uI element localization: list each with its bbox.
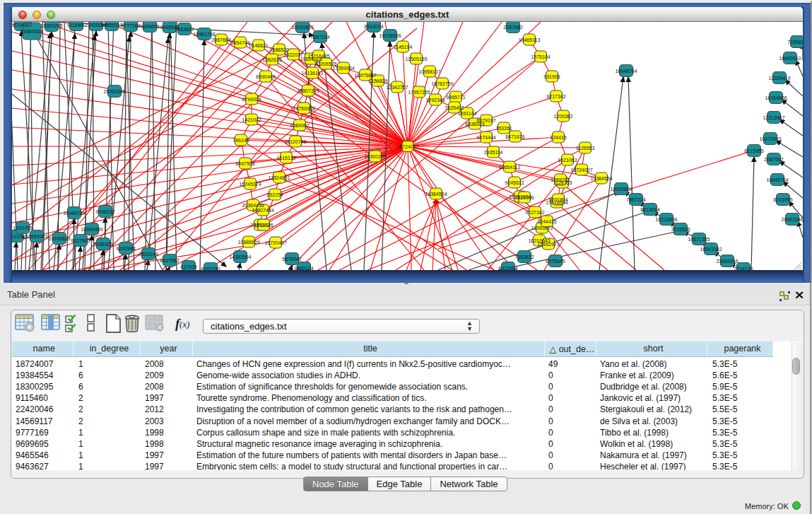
- svg-text:10807484: 10807484: [252, 208, 273, 213]
- svg-text:15692971: 15692971: [537, 242, 559, 247]
- svg-text:9217342: 9217342: [546, 94, 565, 99]
- svg-text:16782759: 16782759: [431, 81, 453, 86]
- svg-text:19218506: 19218506: [655, 217, 677, 222]
- svg-text:12505135: 12505135: [405, 57, 427, 62]
- svg-text:2087682: 2087682: [764, 157, 783, 162]
- svg-text:23420046: 23420046: [716, 259, 738, 264]
- svg-text:8375645: 8375645: [546, 259, 565, 264]
- svg-text:8813014: 8813014: [364, 24, 383, 29]
- svg-text:931906: 931906: [543, 74, 560, 79]
- svg-text:12213369: 12213369: [12, 234, 28, 239]
- svg-text:2718176: 2718176: [734, 267, 753, 271]
- svg-text:1569291: 1569291: [551, 177, 570, 182]
- svg-text:1362615: 1362615: [262, 57, 281, 62]
- svg-text:8471676: 8471676: [505, 134, 524, 139]
- svg-text:252254: 252254: [266, 192, 283, 197]
- svg-text:15720407: 15720407: [264, 240, 286, 245]
- svg-text:8990448: 8990448: [256, 74, 275, 79]
- svg-text:7955812: 7955812: [787, 40, 803, 45]
- svg-text:9465771: 9465771: [446, 95, 465, 100]
- svg-text:9227342: 9227342: [525, 210, 544, 215]
- svg-text:2803144: 2803144: [139, 252, 158, 257]
- svg-text:16033809: 16033809: [291, 25, 313, 30]
- svg-text:1244415: 1244415: [537, 219, 556, 224]
- svg-text:18724007: 18724007: [570, 168, 592, 173]
- svg-text:763261: 763261: [495, 126, 512, 131]
- svg-text:8912954: 8912954: [498, 266, 517, 271]
- svg-text:16245374: 16245374: [239, 182, 261, 187]
- svg-text:16648784: 16648784: [766, 177, 788, 182]
- svg-text:8215955: 8215955: [773, 197, 792, 202]
- svg-text:9115460: 9115460: [67, 23, 86, 28]
- svg-text:20364436: 20364436: [242, 203, 264, 208]
- svg-text:1292346: 1292346: [425, 98, 445, 103]
- svg-text:9245612: 9245612: [505, 180, 524, 185]
- svg-text:9463627: 9463627: [175, 27, 194, 32]
- svg-text:18300295: 18300295: [364, 154, 386, 159]
- svg-text:16961758: 16961758: [193, 32, 215, 37]
- svg-text:10688609: 10688609: [237, 240, 259, 245]
- svg-text:8427552: 8427552: [160, 258, 179, 263]
- svg-text:18120746: 18120746: [284, 139, 306, 144]
- svg-text:29053346: 29053346: [103, 89, 125, 94]
- svg-text:16543382: 16543382: [700, 247, 722, 252]
- svg-text:13524851: 13524851: [268, 175, 290, 180]
- svg-text:7515526: 7515526: [671, 227, 690, 232]
- svg-text:417006: 417006: [180, 264, 196, 269]
- svg-text:9777169: 9777169: [121, 23, 140, 28]
- svg-text:12093872: 12093872: [531, 226, 553, 230]
- svg-text:10654112: 10654112: [499, 165, 521, 170]
- svg-text:(x): (x): [180, 319, 189, 329]
- svg-text:7857224: 7857224: [626, 197, 645, 202]
- svg-text:16099489: 16099489: [81, 227, 102, 232]
- svg-text:1588520: 1588520: [269, 47, 288, 52]
- svg-text:13325419: 13325419: [768, 76, 790, 81]
- svg-text:19384554: 19384554: [20, 29, 42, 34]
- svg-text:9327505: 9327505: [71, 238, 90, 243]
- svg-text:1126553: 1126553: [576, 146, 595, 151]
- svg-text:1421022: 1421022: [242, 117, 261, 122]
- svg-text:14569117: 14569117: [101, 23, 123, 28]
- svg-text:6379197: 6379197: [476, 118, 495, 123]
- svg-text:1145194: 1145194: [394, 45, 413, 49]
- svg-text:19218506: 19218506: [379, 33, 401, 38]
- svg-text:16154808: 16154808: [765, 95, 787, 100]
- svg-text:1621063: 1621063: [558, 158, 577, 163]
- svg-text:9699695: 9699695: [140, 24, 159, 29]
- svg-text:17359934: 17359934: [332, 66, 354, 71]
- svg-text:14136141: 14136141: [301, 71, 323, 76]
- svg-text:8454749: 8454749: [230, 40, 249, 45]
- svg-text:1701804: 1701804: [548, 197, 567, 202]
- svg-text:1010755: 1010755: [13, 226, 32, 230]
- svg-text:1733426: 1733426: [254, 223, 273, 228]
- svg-text:9860124: 9860124: [294, 266, 313, 271]
- svg-text:2867608: 2867608: [211, 37, 230, 42]
- svg-text:18807249: 18807249: [297, 88, 319, 93]
- svg-text:1615132: 1615132: [276, 156, 295, 160]
- svg-text:8813014: 8813014: [640, 207, 659, 212]
- svg-text:7663822: 7663822: [514, 255, 534, 259]
- svg-text:8267150: 8267150: [201, 267, 220, 271]
- svg-text:18724007: 18724007: [12, 23, 33, 28]
- svg-text:7625402: 7625402: [445, 105, 464, 110]
- svg-text:5878342: 5878342: [282, 257, 301, 262]
- svg-text:746246: 746246: [233, 138, 249, 143]
- svg-text:6794028: 6794028: [242, 97, 261, 102]
- svg-text:10671355: 10671355: [688, 237, 710, 242]
- svg-text:18724007: 18724007: [396, 144, 418, 149]
- svg-text:29053346: 29053346: [781, 217, 803, 222]
- svg-text:1156829: 1156829: [369, 78, 388, 83]
- svg-text:17957255: 17957255: [408, 90, 430, 95]
- svg-text:9329906: 9329906: [514, 195, 534, 200]
- svg-text:9242848: 9242848: [116, 246, 135, 251]
- svg-text:19384554: 19384554: [590, 176, 612, 181]
- svg-text:10958107: 10958107: [418, 69, 440, 74]
- svg-text:1691144: 1691144: [458, 111, 477, 116]
- svg-text:2935114: 2935114: [484, 150, 503, 155]
- svg-text:16640910: 16640910: [779, 56, 801, 61]
- svg-text:1209382: 1209382: [553, 114, 572, 119]
- svg-text:19166829: 19166829: [48, 236, 70, 241]
- svg-text:9474444: 9474444: [476, 135, 495, 140]
- svg-text:10973493: 10973493: [759, 136, 781, 141]
- svg-text:10654983: 10654983: [25, 234, 47, 239]
